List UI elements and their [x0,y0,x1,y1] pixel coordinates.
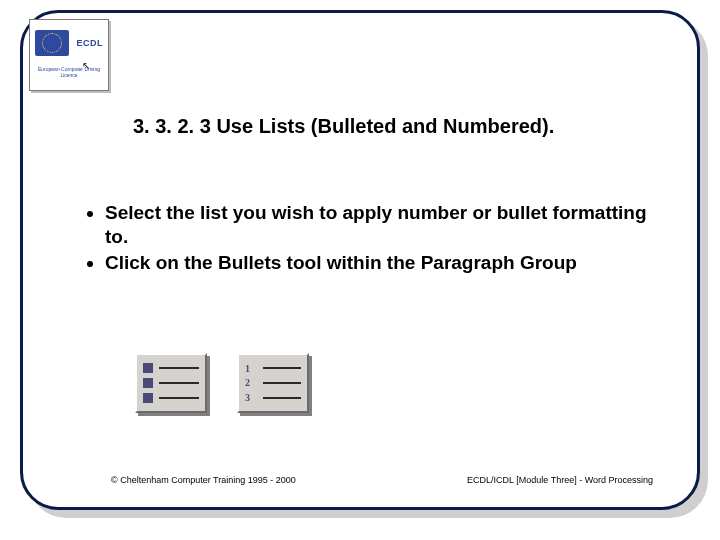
numbering-tool-button[interactable]: 1 2 3 [237,353,309,413]
numbered-list-icon: 1 2 3 [245,361,301,405]
slide-body: Select the list you wish to apply number… [83,201,673,276]
bullets-tool-button[interactable] [135,353,207,413]
eu-flag-icon [35,30,69,56]
cursor-icon: ↖ [82,60,90,71]
logo-subtext: European Computer Driving Licence [33,67,105,78]
slide-frame: ECDL ↖ European Computer Driving Licence… [20,10,700,510]
footer-module: ECDL/ICDL [Module Three] - Word Processi… [467,475,653,485]
ecdl-logo: ECDL ↖ European Computer Driving Licence [29,19,109,91]
bullet-text: Select the list you wish to apply number… [105,202,647,247]
bullet-text-b: tool within the Paragraph Group [281,252,577,273]
logo-brand-text: ECDL [77,38,104,48]
bullet-text-a: Click on the [105,252,218,273]
slide-title: 3. 3. 2. 3 Use Lists (Bulleted and Numbe… [133,115,554,138]
footer-copyright: © Cheltenham Computer Training 1995 - 20… [111,475,296,485]
bullet-strong: Bullets [218,252,281,273]
bullet-item: Select the list you wish to apply number… [105,201,673,249]
bullet-item: Click on the Bullets tool within the Par… [105,251,673,275]
bullets-list-icon [143,361,199,405]
toolbar-icons-row: 1 2 3 [135,353,309,413]
